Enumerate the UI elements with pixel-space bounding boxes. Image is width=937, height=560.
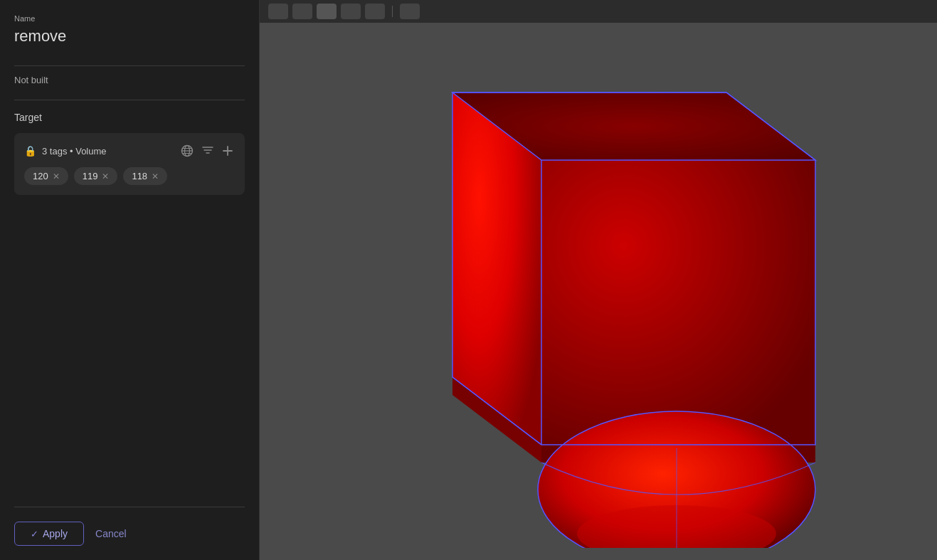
tag-label-119: 119 bbox=[83, 171, 98, 181]
tag-remove-119[interactable]: ✕ bbox=[102, 171, 109, 181]
globe-button[interactable] bbox=[179, 143, 195, 159]
viewport bbox=[260, 0, 937, 560]
apply-button[interactable]: ✓ Apply bbox=[14, 522, 84, 546]
toolbar-btn-2[interactable] bbox=[292, 4, 312, 19]
toolbar-btn-1[interactable] bbox=[268, 4, 288, 19]
target-box: 🔒 3 tags • Volume bbox=[14, 133, 245, 195]
divider-1 bbox=[14, 65, 245, 66]
target-header: 🔒 3 tags • Volume bbox=[24, 143, 235, 159]
3d-shape-svg bbox=[328, 36, 869, 548]
name-label: Name bbox=[14, 14, 245, 23]
toolbar-strip bbox=[260, 0, 937, 23]
divider-3 bbox=[14, 507, 245, 507]
lock-icon: 🔒 bbox=[24, 145, 36, 157]
check-icon: ✓ bbox=[31, 529, 38, 539]
add-button[interactable] bbox=[221, 144, 235, 158]
tags-row: 120 ✕ 119 ✕ 118 ✕ bbox=[24, 167, 235, 185]
filter-button[interactable] bbox=[201, 144, 215, 158]
divider-2 bbox=[14, 100, 245, 100]
toolbar-btn-4[interactable] bbox=[341, 4, 361, 19]
tag-remove-118[interactable]: ✕ bbox=[152, 171, 159, 181]
tags-info: 3 tags • Volume bbox=[42, 146, 174, 157]
tag-chip-118[interactable]: 118 ✕ bbox=[123, 167, 167, 185]
name-section: Name remove bbox=[14, 14, 245, 46]
toolbar-btn-3[interactable] bbox=[317, 4, 337, 19]
tag-chip-120[interactable]: 120 ✕ bbox=[24, 167, 68, 185]
tag-label-118: 118 bbox=[132, 171, 147, 181]
scene bbox=[260, 23, 937, 560]
box-right-face bbox=[541, 160, 815, 445]
toolbar-btn-5[interactable] bbox=[365, 4, 385, 19]
toolbar-separator bbox=[392, 6, 393, 17]
status-text: Not built bbox=[14, 75, 245, 85]
tag-chip-119[interactable]: 119 ✕ bbox=[74, 167, 118, 185]
target-label: Target bbox=[14, 112, 245, 123]
tag-label-120: 120 bbox=[33, 171, 48, 181]
cancel-button[interactable]: Cancel bbox=[95, 528, 127, 539]
left-panel: Name remove Not built Target 🔒 3 tags • … bbox=[0, 0, 260, 560]
toolbar-btn-6[interactable] bbox=[400, 4, 420, 19]
tag-remove-120[interactable]: ✕ bbox=[53, 171, 60, 181]
apply-label: Apply bbox=[43, 528, 68, 539]
name-value: remove bbox=[14, 27, 245, 46]
action-row: ✓ Apply Cancel bbox=[14, 522, 245, 546]
spacer bbox=[14, 195, 245, 495]
